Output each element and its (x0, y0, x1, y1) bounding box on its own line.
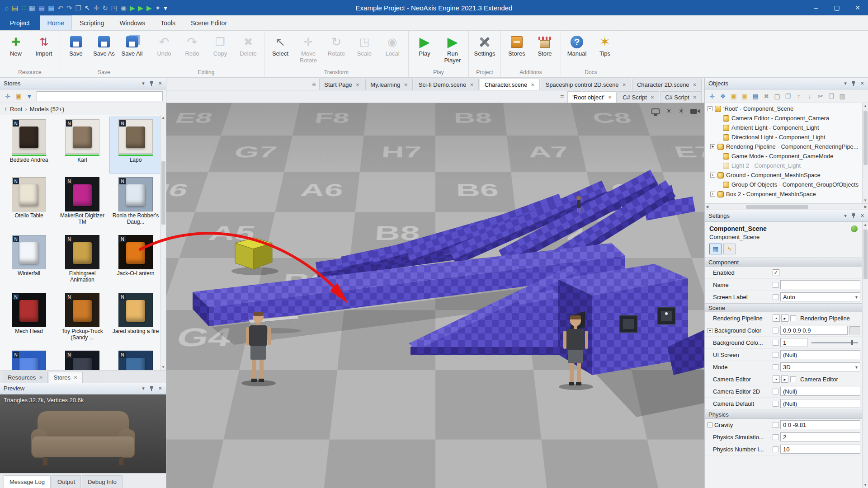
new-resource-icon[interactable]: ▤ (12, 5, 18, 11)
redo-icon[interactable]: ↷ (66, 5, 72, 11)
property-value[interactable]: 0.9 0.9 0.9 (780, 326, 848, 335)
menu-project[interactable]: Project (0, 15, 40, 30)
tips-button[interactable]: Tips (591, 33, 618, 57)
store-item[interactable]: N Jack-O-Lantern (109, 232, 160, 289)
camera-icon[interactable] (690, 109, 697, 114)
scale-icon[interactable]: ◳ (111, 5, 118, 11)
import-button[interactable]: Import (30, 33, 57, 57)
store-grid-scrollbar[interactable]: ▲ ▼ (160, 115, 166, 370)
tree-item[interactable]: Game Mode - Component_GameMode (705, 151, 862, 161)
store-button[interactable]: Store (531, 33, 558, 57)
default-indicator[interactable] (773, 389, 778, 394)
pin-icon[interactable] (851, 213, 856, 219)
property-value[interactable]: Camera Editor (798, 375, 860, 384)
tab-debug-info[interactable]: Debug Info (82, 475, 123, 488)
new-folder-icon[interactable]: ▣ (729, 92, 738, 101)
play-icon[interactable]: ▶ (130, 5, 135, 11)
close-icon[interactable]: ✕ (158, 385, 162, 391)
store-item[interactable]: N Karl (56, 117, 108, 174)
default-indicator[interactable] (773, 401, 778, 407)
close-icon[interactable]: ✕ (860, 213, 864, 219)
redo-button[interactable]: Redo (179, 33, 206, 57)
save-as-button[interactable]: Save As (90, 33, 118, 57)
store-item[interactable]: N (3, 348, 55, 370)
store-item[interactable]: N (56, 348, 108, 370)
tab-windows[interactable]: Windows (112, 15, 153, 30)
default-indicator[interactable] (773, 294, 778, 300)
expand-reference-button[interactable]: ▸ (781, 314, 788, 322)
pin-icon[interactable] (851, 80, 856, 86)
store-item[interactable]: N Winterfall (3, 232, 55, 289)
tab-close-icon[interactable]: ✕ (693, 82, 697, 87)
store-item[interactable]: N MakerBot Digitizer TM (56, 174, 108, 231)
new-button[interactable]: New (2, 33, 29, 57)
store-item[interactable]: N Otello Table (3, 174, 55, 231)
component-settings-icon[interactable] (851, 225, 858, 232)
copy-icon[interactable]: ❒ (827, 92, 836, 101)
tree-expander[interactable]: + (710, 144, 715, 149)
tab-stores[interactable]: Stores ✕ (49, 372, 83, 383)
tree-item[interactable]: Directional Light - Component_Light (705, 132, 862, 142)
pin-icon[interactable] (149, 80, 154, 86)
tree-expander[interactable]: + (710, 173, 715, 178)
packages-icon[interactable]: ▣ (14, 92, 23, 101)
move-rotate-button[interactable]: Move Rotate (295, 33, 322, 64)
chevron-down-icon[interactable]: ▾ (844, 80, 847, 86)
breadcrumb-root[interactable]: Root (10, 106, 22, 113)
property-value[interactable]: (Null) (780, 350, 860, 359)
tree-item[interactable]: Light 2 - Component_Light (705, 161, 862, 170)
property-value[interactable] (780, 280, 860, 289)
scroll-down-icon[interactable]: ▼ (161, 364, 165, 370)
stores-button[interactable]: Stores (503, 33, 530, 57)
property-value[interactable]: Auto ▾ (780, 292, 860, 301)
property-expander[interactable]: + (708, 422, 712, 427)
property-value[interactable]: 0 0 -9.81 (780, 420, 860, 429)
color-swatch[interactable] (849, 326, 860, 334)
qat-menu-icon[interactable]: ▾ (164, 5, 167, 11)
store-item[interactable]: N Jared starting a fire (109, 290, 160, 347)
close-icon[interactable]: ✕ (158, 80, 162, 86)
folder-icon[interactable]: ▣ (740, 92, 749, 101)
undo-button[interactable]: Undo (151, 33, 178, 57)
objects-tree-hscrollbar[interactable]: ◀ ▶ (705, 203, 868, 210)
editor-icon[interactable]: ▢ (773, 92, 782, 101)
tab-close-icon[interactable]: ✕ (608, 95, 612, 100)
play-2-icon[interactable]: ▶ (138, 5, 144, 11)
scroll-right-icon[interactable]: ▶ (864, 205, 867, 209)
document-tab[interactable]: Start Page ✕ (319, 79, 364, 90)
store-item[interactable]: N Lapo (109, 117, 160, 174)
search-input[interactable] (37, 91, 163, 101)
copy-icon[interactable]: ❐ (75, 5, 81, 11)
property-value[interactable]: 10 (780, 445, 860, 454)
default-indicator[interactable] (790, 315, 796, 321)
reference-button[interactable]: • (773, 314, 780, 322)
manual-button[interactable]: Manual (563, 33, 590, 57)
lighting-icon[interactable]: ☀ (678, 108, 684, 115)
local-button[interactable]: Local (379, 33, 406, 57)
scrollbar-thumb[interactable] (863, 230, 868, 279)
document-tab[interactable]: Character.scene ✕ (480, 79, 540, 90)
tree-item[interactable]: − 'Root' - Component_Scene (705, 104, 862, 113)
tab-close-icon[interactable]: ✕ (623, 82, 626, 87)
sub-document-tab[interactable]: C# Script ✕ (618, 91, 659, 103)
sub-document-tab[interactable]: 'Root object' ✕ (567, 91, 617, 103)
default-indicator[interactable] (773, 446, 778, 452)
tab-close-icon[interactable]: ✕ (404, 82, 407, 87)
shading-icon[interactable]: ☀ (665, 108, 672, 115)
property-value[interactable]: (Null) (780, 399, 860, 408)
link-icon[interactable]: ❖ (718, 92, 727, 101)
default-indicator[interactable] (773, 364, 778, 370)
up-arrow-icon[interactable]: ↑ (4, 105, 7, 113)
delete-icon[interactable]: ✖ (762, 92, 771, 101)
tree-item[interactable]: + Rendering Pipeline - Component_Renderi… (705, 142, 862, 151)
play-3-icon[interactable]: ▶ (146, 5, 152, 11)
checkbox[interactable]: ✓ (773, 269, 779, 276)
filter-icon[interactable]: ▼ (25, 92, 34, 101)
settings-icon[interactable]: ✛ (708, 92, 717, 101)
document-tab[interactable]: My.learning ✕ (365, 79, 413, 90)
save-button[interactable]: Save (62, 33, 90, 57)
tree-item[interactable]: Group Of Objects - Component_GroupOfObje… (705, 180, 862, 189)
rotate-icon[interactable]: ↻ (102, 5, 108, 11)
default-indicator[interactable] (773, 282, 778, 288)
properties-mode-button[interactable]: ▦ (709, 244, 722, 254)
